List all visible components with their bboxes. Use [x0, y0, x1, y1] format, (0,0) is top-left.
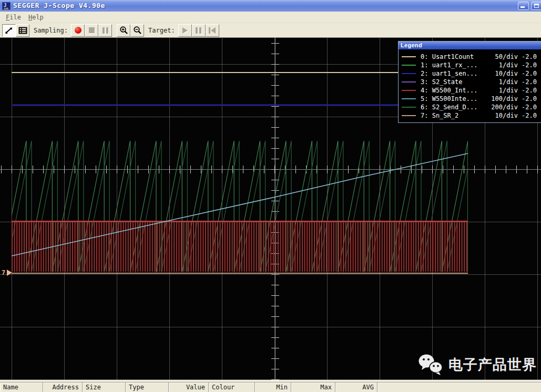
legend-channel-name: 6: S2_Send_D... — [421, 104, 491, 111]
legend-swatch-icon — [402, 73, 416, 74]
maximize-icon — [534, 4, 539, 8]
legend-channel-scale: 100/div -2.0 — [491, 95, 537, 102]
target-pause-button[interactable] — [192, 24, 206, 37]
status-column-name: Name — [0, 383, 43, 392]
status-column-min: Min — [255, 383, 291, 392]
target-label: Target: — [148, 27, 175, 34]
legend-channel-name: 4: W5500_Int... — [421, 87, 499, 94]
table-icon — [18, 26, 27, 35]
legend-channel-name: 0: Usart1Count — [421, 53, 495, 60]
status-column-size: Size — [83, 383, 126, 392]
sampling-pause-button[interactable] — [98, 24, 112, 37]
legend-channel-scale: 200/div -2.0 — [491, 104, 537, 111]
legend-channel-name: 7: Sn_SR_2 — [421, 112, 495, 119]
legend-title[interactable]: Legend — [399, 42, 541, 49]
sampling-stop-button[interactable] — [85, 24, 98, 37]
legend-entry[interactable]: 7: Sn_SR_210/div -2.0 — [402, 111, 537, 120]
legend-entry[interactable]: 2: uart1_sen...10/div -2.0 — [402, 69, 537, 78]
legend-swatch-icon — [402, 65, 416, 66]
marker-arrow-icon — [7, 270, 12, 276]
legend-channel-scale: 1/div -2.0 — [499, 61, 537, 69]
legend-swatch-icon — [402, 90, 416, 91]
legend-channel-scale: 1/div -2.0 — [499, 87, 537, 94]
target-restart-button[interactable] — [206, 24, 219, 37]
legend-swatch-icon — [402, 81, 416, 82]
status-column-type: Type — [126, 383, 169, 392]
status-column-colour: Colour — [209, 383, 255, 392]
status-column-avg: AVG — [335, 383, 377, 392]
table-view-button[interactable] — [16, 24, 29, 37]
legend-channel-scale: 1/div -2.0 — [499, 78, 537, 86]
sampling-start-button[interactable] — [71, 24, 85, 37]
status-column-value: Value — [169, 383, 209, 392]
window-title: SEGGER J-Scope V4.90e — [13, 0, 518, 12]
legend-entry[interactable]: 1: uart1_rx_...1/div -2.0 — [402, 61, 537, 69]
graph-view-button[interactable] — [2, 24, 16, 37]
target-play-button[interactable] — [178, 24, 192, 37]
menu-bar: File Help — [0, 12, 541, 23]
legend-swatch-icon — [402, 115, 416, 116]
record-icon — [75, 27, 81, 34]
minimize-button[interactable] — [518, 2, 529, 10]
maximize-button[interactable] — [531, 2, 541, 10]
line-chart-icon — [5, 26, 13, 35]
toolbar: Sampling: Target: — [0, 23, 541, 38]
zoom-in-button[interactable] — [117, 24, 130, 37]
menu-help[interactable]: Help — [25, 13, 47, 22]
legend-swatch-icon — [402, 98, 416, 99]
legend-swatch-icon — [402, 56, 416, 57]
legend-channel-scale: 50/div -2.0 — [495, 53, 537, 60]
app-window: Jink SEGGER J-Scope V4.90e File Help — [0, 0, 541, 392]
status-column-filler — [377, 383, 541, 392]
watermark: 电子产品世界 — [418, 353, 537, 376]
legend-channel-name: 3: S2_State — [421, 78, 499, 86]
wechat-logo-icon — [418, 353, 444, 376]
status-column-address: Address — [43, 383, 83, 392]
legend-entry[interactable]: 3: S2_State1/div -2.0 — [402, 78, 537, 86]
play-icon — [182, 27, 188, 34]
channel-7-marker-label: 7 — [2, 269, 5, 276]
zoom-out-button[interactable] — [130, 24, 144, 37]
sampling-label: Sampling: — [34, 27, 68, 34]
stop-icon — [89, 27, 95, 33]
legend-entries: 0: Usart1Count50/div -2.01: uart1_rx_...… — [399, 49, 541, 122]
legend-channel-scale: 10/div -2.0 — [495, 70, 537, 77]
legend-entry[interactable]: 6: S2_Send_D...200/div -2.0 — [402, 103, 537, 111]
minimize-icon — [520, 6, 525, 8]
legend-channel-name: 5: W5500Inte... — [421, 95, 491, 102]
zoom-in-icon — [119, 26, 128, 35]
legend-channel-name: 2: uart1_sen... — [421, 70, 495, 77]
skip-to-start-icon — [209, 27, 216, 34]
trace-W5500_Int... — [12, 221, 468, 272]
pause-icon — [103, 27, 108, 34]
legend-swatch-icon — [402, 107, 416, 108]
watermark-text: 电子产品世界 — [448, 353, 537, 376]
pause-icon — [196, 27, 201, 34]
legend-channel-scale: 10/div -2.0 — [495, 112, 537, 119]
channel-7-marker[interactable]: 7 — [2, 269, 12, 276]
legend-panel[interactable]: Legend 0: Usart1Count50/div -2.01: uart1… — [398, 41, 541, 123]
legend-entry[interactable]: 4: W5500_Int...1/div -2.0 — [402, 86, 537, 95]
status-column-max: Max — [291, 383, 335, 392]
status-bar: NameAddressSizeTypeValueColourMinMaxAVG — [0, 382, 541, 392]
legend-entry[interactable]: 5: W5500Inte...100/div -2.0 — [402, 95, 537, 103]
title-bar[interactable]: Jink SEGGER J-Scope V4.90e — [0, 0, 541, 12]
zoom-out-icon — [133, 26, 142, 35]
menu-file[interactable]: File — [2, 13, 25, 22]
jlink-app-icon: Jink — [2, 2, 11, 10]
legend-channel-name: 1: uart1_rx_... — [421, 61, 499, 69]
legend-entry[interactable]: 0: Usart1Count50/div -2.0 — [402, 53, 537, 61]
plot-area[interactable]: 7 电子产品世界 Legend 0: Usart1Count50/div -2.… — [0, 38, 541, 380]
